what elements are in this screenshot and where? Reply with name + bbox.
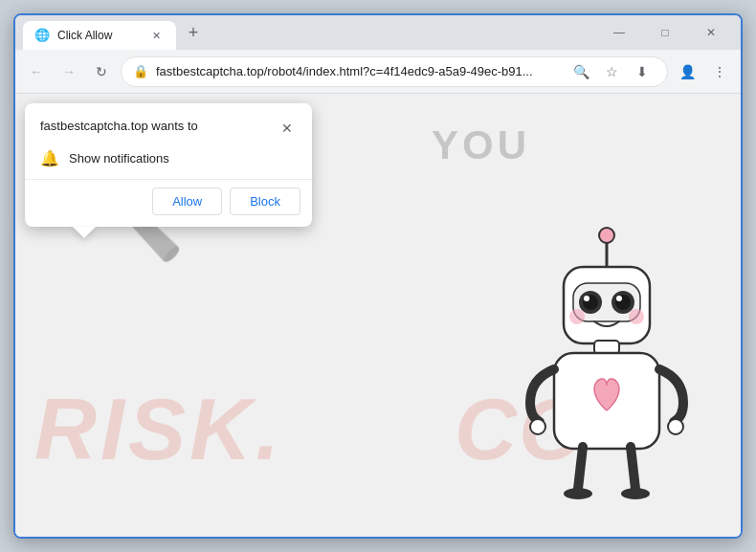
address-bar: ← → ↻ 🔒 fastbestcaptcha.top/robot4/index…	[15, 50, 741, 94]
robot-illustration	[501, 211, 712, 518]
popup-title: fastbestcaptcha.top wants to	[40, 119, 198, 133]
svg-point-15	[668, 419, 683, 434]
page-content: 🔍 YOU RISK. CO	[15, 94, 741, 537]
bookmark-button[interactable]: ☆	[598, 58, 625, 85]
search-icon-btn[interactable]: 🔍	[567, 58, 594, 85]
new-tab-button[interactable]: +	[180, 19, 207, 46]
block-button[interactable]: Block	[230, 188, 300, 215]
forward-icon: →	[62, 64, 76, 79]
forward-button[interactable]: →	[56, 58, 82, 85]
popup-notification-text: Show notifications	[69, 151, 169, 166]
svg-point-6	[584, 296, 589, 301]
download-icon: ⬇	[636, 64, 648, 79]
address-input-wrap[interactable]: 🔒 fastbestcaptcha.top/robot4/index.html?…	[121, 56, 668, 87]
browser-tab[interactable]: 🌐 Click Allow ✕	[23, 21, 176, 50]
popup-actions: Allow Block	[25, 179, 312, 227]
svg-point-11	[629, 309, 644, 324]
maximize-button[interactable]: □	[643, 15, 687, 50]
refresh-button[interactable]: ↻	[88, 58, 115, 85]
svg-point-1	[599, 228, 614, 243]
page-background: 🔍 YOU RISK. CO	[15, 94, 741, 537]
svg-point-14	[530, 419, 545, 434]
minimize-button[interactable]: —	[597, 15, 641, 50]
popup-header: fastbestcaptcha.top wants to ✕	[25, 103, 312, 145]
popup-close-button[interactable]: ✕	[278, 119, 297, 138]
svg-point-9	[616, 296, 622, 301]
watermark-risk-text: RISK.	[34, 381, 283, 479]
browser-window: 🌐 Click Allow ✕ + — □ ✕ ← → ↻ 🔒 fastbest…	[13, 13, 743, 539]
title-bar: 🌐 Click Allow ✕ + — □ ✕	[15, 15, 741, 50]
svg-point-16	[564, 488, 592, 499]
lock-icon: 🔒	[133, 64, 148, 78]
robot-svg	[501, 211, 712, 518]
you-watermark-text: YOU	[432, 122, 530, 168]
popup-tail	[73, 227, 96, 238]
back-button[interactable]: ←	[23, 58, 50, 85]
account-icon: 👤	[679, 64, 696, 79]
tab-favicon-icon: 🌐	[34, 28, 50, 43]
back-icon: ←	[30, 64, 43, 79]
tab-title: Click Allow	[57, 29, 140, 42]
star-icon: ☆	[606, 64, 618, 79]
svg-point-17	[621, 488, 650, 499]
address-text: fastbestcaptcha.top/robot4/index.html?c=…	[156, 64, 560, 78]
svg-point-10	[569, 309, 585, 324]
tab-area: 🌐 Click Allow ✕ +	[23, 15, 597, 50]
tab-close-button[interactable]: ✕	[147, 27, 165, 44]
download-button[interactable]: ⬇	[629, 58, 656, 85]
refresh-icon: ↻	[96, 64, 107, 79]
allow-button[interactable]: Allow	[152, 188, 222, 215]
search-icon: 🔍	[573, 64, 589, 79]
address-icons: 🔍 ☆ ⬇	[567, 58, 656, 85]
notification-popup: fastbestcaptcha.top wants to ✕ 🔔 Show no…	[25, 103, 312, 227]
account-button[interactable]: 👤	[674, 58, 700, 85]
window-controls: — □ ✕	[597, 15, 733, 50]
popup-notification-row: 🔔 Show notifications	[25, 145, 312, 179]
menu-button[interactable]: ⋮	[706, 58, 733, 85]
close-button[interactable]: ✕	[689, 15, 733, 50]
menu-icon: ⋮	[713, 64, 726, 79]
bell-icon: 🔔	[40, 149, 59, 167]
